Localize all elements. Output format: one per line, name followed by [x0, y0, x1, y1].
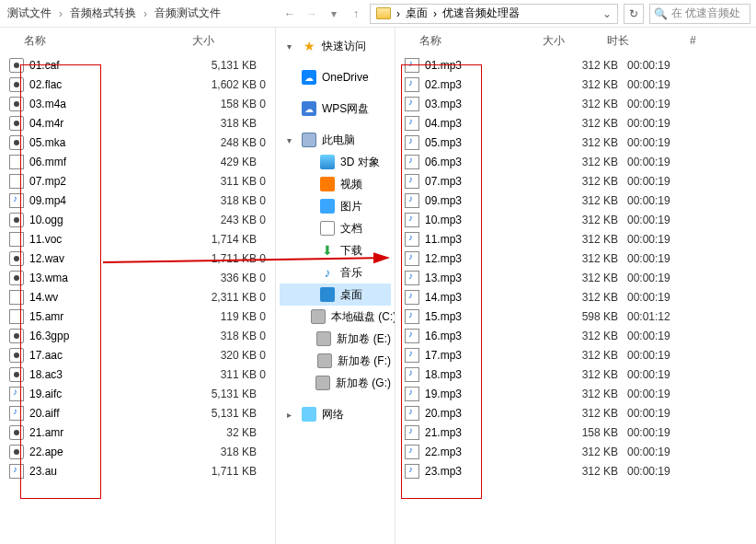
- up-button[interactable]: ↑: [348, 6, 364, 22]
- file-row[interactable]: 07.mp3 312 KB 00:00:19: [405, 171, 747, 191]
- tree-item-本地磁盘 (C:)[interactable]: 本地磁盘 (C:): [280, 306, 391, 328]
- file-size: 312 KB: [544, 330, 618, 342]
- tree-item-快速访问[interactable]: ▾ ★ 快速访问: [280, 35, 391, 57]
- address-input[interactable]: › 桌面 › 优速音频处理器 ⌄: [370, 4, 618, 24]
- file-row[interactable]: 02.flac 1,602 KB 0: [9, 75, 266, 94]
- pic-icon: [320, 199, 335, 214]
- file-row[interactable]: 05.mp3 312 KB 00:00:19: [405, 133, 747, 152]
- desk-icon: [320, 287, 335, 302]
- file-row[interactable]: 10.mp3 312 KB 00:00:19: [405, 210, 747, 229]
- tree-item-新加卷 (G:)[interactable]: 新加卷 (G:): [280, 372, 391, 394]
- file-row[interactable]: 13.wma 336 KB 0: [9, 268, 266, 287]
- file-row[interactable]: 20.mp3 312 KB 00:00:19: [405, 403, 747, 422]
- file-row[interactable]: 06.mp3 312 KB 00:00:19: [405, 152, 747, 171]
- file-row[interactable]: 13.mp3 312 KB 00:00:19: [405, 268, 747, 287]
- col-size[interactable]: 大小: [543, 33, 607, 49]
- file-row[interactable]: 16.mp3 312 KB 00:00:19: [405, 326, 747, 345]
- tree-item-桌面[interactable]: 桌面: [280, 284, 391, 306]
- file-row[interactable]: 21.mp3 158 KB 00:00:19: [405, 422, 747, 442]
- tree-item-新加卷 (E:)[interactable]: 新加卷 (E:): [280, 328, 391, 350]
- expand-icon[interactable]: ▸: [287, 410, 296, 420]
- file-row[interactable]: 17.mp3 312 KB 00:00:19: [405, 345, 747, 365]
- file-row[interactable]: 11.voc 1,714 KB: [9, 229, 266, 249]
- tree-item-下载[interactable]: ⬇ 下载: [280, 239, 391, 261]
- file-row[interactable]: 07.mp2 311 KB 0: [9, 171, 266, 191]
- tree-item-WPS网盘[interactable]: ☁ WPS网盘: [280, 98, 391, 120]
- mp3-icon: [405, 174, 419, 189]
- crumb-item[interactable]: 音频格式转换: [70, 6, 136, 21]
- file-row[interactable]: 18.ac3 311 KB 0: [9, 365, 266, 384]
- file-row[interactable]: 22.ape 318 KB: [9, 442, 266, 461]
- file-name: 03.m4a: [29, 98, 183, 110]
- file-row[interactable]: 01.caf 5,131 KB: [9, 55, 266, 75]
- file-row[interactable]: 16.3gpp 318 KB 0: [9, 326, 266, 345]
- col-size[interactable]: 大小: [192, 33, 266, 49]
- file-row[interactable]: 06.mmf 429 KB: [9, 152, 266, 171]
- tree-item-图片[interactable]: 图片: [280, 195, 391, 217]
- file-row[interactable]: 23.mp3 312 KB 00:00:19: [405, 461, 747, 480]
- tree-item-新加卷 (F:)[interactable]: 新加卷 (F:): [280, 350, 391, 372]
- file-row[interactable]: 09.mp4 318 KB 0: [9, 191, 266, 210]
- tree-item-3D 对象[interactable]: 3D 对象: [280, 151, 391, 173]
- file-row[interactable]: 23.au 1,711 KB: [9, 461, 266, 480]
- chevron-right-icon: ›: [143, 7, 147, 20]
- file-row[interactable]: 01.mp3 312 KB 00:00:19: [405, 55, 747, 75]
- file-row[interactable]: 02.mp3 312 KB 00:00:19: [405, 75, 747, 94]
- file-row[interactable]: 04.mp3 312 KB 00:00:19: [405, 113, 747, 133]
- file-row[interactable]: 10.ogg 243 KB 0: [9, 210, 266, 229]
- tree-item-OneDrive[interactable]: ☁ OneDrive: [280, 66, 391, 88]
- file-row[interactable]: 11.mp3 312 KB 00:00:19: [405, 229, 747, 249]
- file-row[interactable]: 18.mp3 312 KB 00:00:19: [405, 365, 747, 384]
- file-row[interactable]: 12.mp3 312 KB 00:00:19: [405, 249, 747, 268]
- file-row[interactable]: 12.wav 1,711 KB 0: [9, 249, 266, 268]
- file-row[interactable]: 21.amr 32 KB: [9, 422, 266, 442]
- expand-icon[interactable]: ▾: [287, 41, 296, 52]
- col-name[interactable]: 名称: [9, 33, 192, 49]
- crumb-item[interactable]: 测试文件: [7, 6, 52, 21]
- col-name[interactable]: 名称: [405, 33, 543, 49]
- file-row[interactable]: 19.aifc 5,131 KB: [9, 384, 266, 403]
- tree-item-音乐[interactable]: ♪ 音乐: [280, 261, 391, 284]
- file-extra: 0: [257, 368, 266, 381]
- tree-label: 本地磁盘 (C:): [331, 309, 395, 325]
- addr-part[interactable]: 优速音频处理器: [442, 6, 520, 21]
- file-name: 04.mp3: [425, 117, 544, 130]
- file-row[interactable]: 14.wv 2,311 KB 0: [9, 287, 266, 307]
- col-duration[interactable]: 时长: [607, 33, 690, 49]
- file-duration: 00:00:19: [618, 78, 701, 91]
- tree-item-文档[interactable]: 文档: [280, 217, 391, 239]
- search-input[interactable]: 🔍 在 优速音频处: [649, 4, 750, 24]
- file-name: 22.ape: [29, 446, 183, 458]
- file-row[interactable]: 20.aiff 5,131 KB: [9, 403, 266, 422]
- col-num[interactable]: #: [690, 34, 708, 47]
- refresh-button[interactable]: ↻: [624, 4, 644, 24]
- file-row[interactable]: 03.m4a 158 KB 0: [9, 94, 266, 113]
- file-row[interactable]: 19.mp3 312 KB 00:00:19: [405, 384, 747, 403]
- file-icon: [9, 309, 24, 324]
- file-name: 07.mp2: [29, 175, 183, 188]
- file-size: 312 KB: [544, 59, 618, 72]
- addr-dropdown[interactable]: ⌄: [602, 7, 612, 20]
- tree-item-视频[interactable]: 视频: [280, 173, 391, 195]
- crumb-item[interactable]: 音频测试文件: [155, 6, 221, 21]
- file-row[interactable]: 17.aac 320 KB 0: [9, 345, 266, 365]
- file-row[interactable]: 22.mp3 312 KB 00:00:19: [405, 442, 747, 461]
- file-row[interactable]: 04.m4r 318 KB: [9, 113, 266, 133]
- file-row[interactable]: 14.mp3 312 KB 00:00:19: [405, 287, 747, 307]
- file-row[interactable]: 05.mka 248 KB 0: [9, 133, 266, 152]
- history-button[interactable]: ▾: [326, 6, 342, 22]
- disk-icon: [317, 353, 332, 368]
- file-row[interactable]: 09.mp3 312 KB 00:00:19: [405, 191, 747, 210]
- mp3-icon: [405, 309, 419, 324]
- tree-item-此电脑[interactable]: ▾ 此电脑: [280, 129, 391, 151]
- file-row[interactable]: 03.mp3 312 KB 00:00:19: [405, 94, 747, 113]
- file-row[interactable]: 15.amr 119 KB 0: [9, 307, 266, 326]
- back-button[interactable]: ←: [281, 6, 298, 22]
- tree-item-网络[interactable]: ▸ 网络: [280, 403, 391, 425]
- expand-icon[interactable]: ▾: [287, 135, 296, 145]
- addr-part[interactable]: 桌面: [406, 6, 428, 21]
- file-extra: 0: [257, 78, 266, 91]
- forward-button[interactable]: →: [304, 6, 320, 22]
- file-row[interactable]: 15.mp3 598 KB 00:01:12: [405, 307, 747, 326]
- mp3-icon: [405, 406, 419, 421]
